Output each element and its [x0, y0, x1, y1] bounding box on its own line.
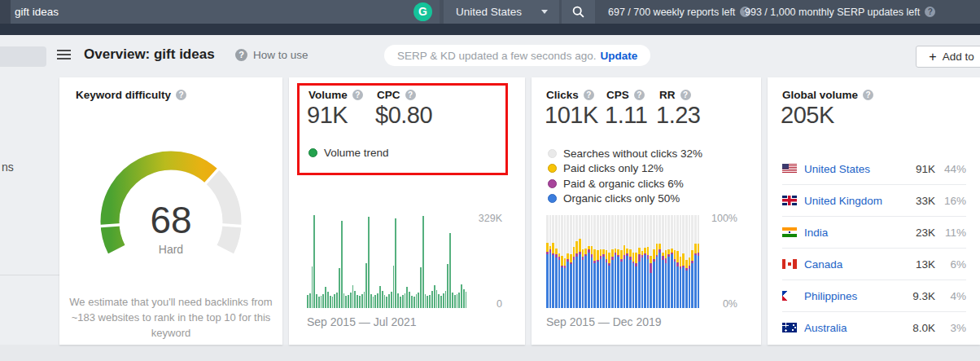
add-to-button[interactable]: + Add to — [916, 46, 980, 68]
clicks-bar — [674, 215, 676, 308]
question-icon[interactable]: ? — [405, 90, 416, 100]
volume-bar — [384, 295, 386, 308]
clicks-bar — [662, 215, 664, 308]
volume-bar — [434, 285, 435, 308]
global-volume-value: 205K — [781, 102, 834, 128]
clicks-bar — [680, 215, 682, 308]
clicks-bar — [593, 215, 596, 308]
country-link[interactable]: Australia — [804, 322, 847, 334]
how-to-use-label: How to use — [253, 49, 308, 61]
country-select-value: United States — [456, 6, 522, 18]
volume-bar — [429, 295, 431, 308]
flag-icon-gb — [782, 196, 797, 205]
volume-title: Volume — [308, 89, 348, 101]
country-share: 3% — [935, 322, 966, 334]
kd-score: 68 — [90, 200, 252, 240]
volume-bar — [395, 218, 396, 308]
flag-icon-us — [782, 164, 797, 174]
volume-bar — [445, 291, 447, 308]
volume-bar — [431, 291, 433, 308]
rr-title: RR — [659, 89, 676, 101]
country-link[interactable]: Philippines — [804, 290, 857, 302]
clicks-bar — [665, 215, 667, 308]
legend-item: Searches without clicks 32% — [548, 146, 702, 161]
volume-trend-legend: Volume trend — [308, 147, 389, 159]
volume-bar — [307, 295, 308, 308]
volume-bar — [411, 296, 413, 308]
question-icon[interactable]: ? — [925, 7, 935, 17]
volume-bar — [318, 297, 320, 308]
country-share: 11% — [935, 227, 966, 239]
volume-bar — [350, 293, 352, 308]
menu-icon[interactable] — [57, 50, 71, 60]
rr-value: 1.23 — [656, 102, 700, 128]
volume-bar — [312, 266, 313, 308]
clicks-bar — [698, 215, 700, 308]
clicks-bar — [626, 215, 628, 308]
volume-bar — [447, 264, 448, 308]
legend-label: Searches without clicks 32% — [563, 147, 702, 160]
sidebar-clipped-label: ns — [2, 161, 14, 174]
volume-bar — [406, 287, 408, 308]
volume-bar — [361, 294, 363, 308]
volume-bar — [332, 297, 334, 308]
volume-bar — [382, 291, 383, 308]
how-to-use-link[interactable]: ? How to use — [235, 49, 308, 61]
volume-bar — [400, 297, 401, 308]
legend-dot-icon — [548, 179, 557, 188]
kd-note: We estimate that you'll need backlinks f… — [65, 294, 277, 341]
search-button[interactable] — [562, 0, 595, 24]
country-link[interactable]: India — [804, 227, 828, 239]
clicks-bar — [575, 215, 578, 308]
country-row: Philippines9.3K4% — [782, 280, 966, 311]
question-icon[interactable]: ? — [584, 90, 594, 100]
sidebar-collapsed-item — [0, 46, 46, 67]
country-select[interactable]: United States — [444, 0, 559, 24]
clicks-bar — [644, 215, 646, 308]
question-icon[interactable]: ? — [352, 90, 363, 100]
question-icon[interactable]: ? — [863, 90, 873, 100]
sidebar-divider — [0, 275, 61, 275]
clicks-bar — [635, 215, 637, 308]
update-link[interactable]: Update — [600, 50, 637, 62]
clicks-bar — [615, 215, 617, 308]
country-link[interactable]: United States — [804, 163, 870, 175]
grammarly-icon[interactable]: G — [413, 2, 432, 21]
country-link[interactable]: United Kingdom — [804, 195, 882, 207]
cps-value: 1.11 — [605, 102, 647, 128]
clicks-legend: Searches without clicks 32%Paid clicks o… — [548, 146, 702, 206]
weekly-reports-quota: 697 / 700 weekly reports left ? — [608, 0, 750, 24]
country-list: United States91K44%United Kingdom33K16%I… — [782, 153, 966, 343]
keyword-search-input[interactable]: gift ideas G — [11, 0, 440, 24]
country-share: 4% — [935, 290, 966, 302]
volume-card: Volume ? CPC ? 91K $0.80 Volume trend 32… — [289, 77, 525, 345]
volume-bar — [420, 267, 422, 308]
page-bottom-strip — [0, 345, 980, 361]
question-icon[interactable]: ? — [680, 90, 691, 100]
volume-y-max: 329K — [470, 213, 502, 224]
topbar-left-strip — [0, 0, 11, 24]
clicks-bar — [567, 215, 569, 308]
country-volume: 13K — [898, 258, 935, 271]
question-icon[interactable]: ? — [634, 90, 645, 100]
clicks-bar — [582, 215, 584, 308]
country-volume: 23K — [898, 227, 935, 239]
volume-bar — [373, 297, 374, 308]
volume-bar — [409, 292, 410, 308]
chevron-down-icon — [541, 10, 548, 14]
volume-bar — [374, 295, 376, 308]
country-link[interactable]: Canada — [804, 258, 842, 271]
keyword-search-value: gift ideas — [15, 6, 59, 18]
clicks-bar — [564, 215, 567, 308]
clicks-bar — [602, 215, 605, 308]
serp-updated-pill: SERP & KD updated a few seconds ago. Upd… — [384, 45, 650, 66]
clicks-bar — [606, 215, 608, 308]
clicks-bar — [656, 215, 658, 308]
clicks-bar — [591, 215, 593, 308]
question-icon[interactable]: ? — [176, 90, 186, 100]
ahrefs-keyword-overview: gift ideas G United States 697 / 700 wee… — [0, 0, 980, 361]
volume-bar — [364, 292, 365, 308]
clicks-bar — [653, 215, 655, 308]
kd-title: Keyword difficulty — [76, 89, 171, 101]
weekly-reports-text: 697 / 700 weekly reports left — [608, 7, 735, 18]
